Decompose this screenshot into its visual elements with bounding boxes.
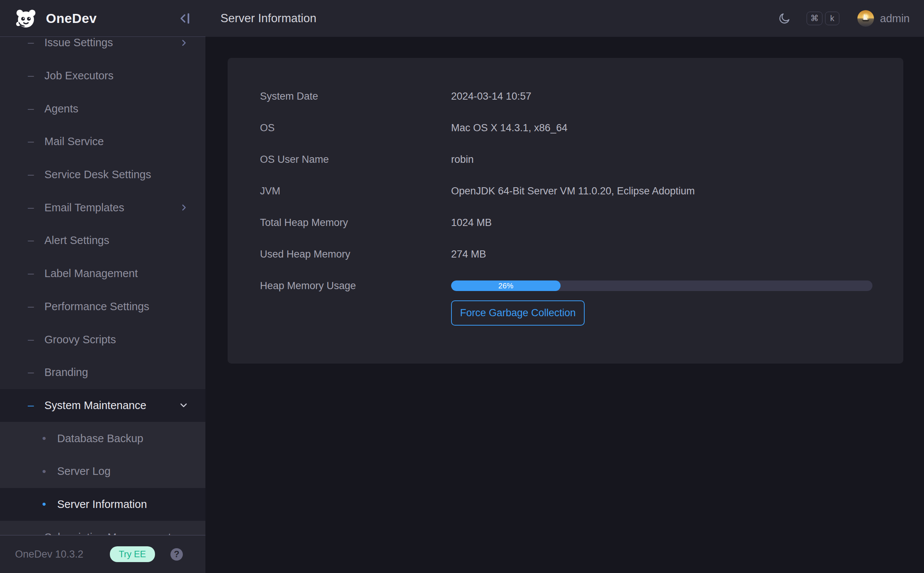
- topbar-actions: ⌘ k admin: [778, 10, 910, 27]
- info-label: OS: [260, 122, 275, 134]
- chevron-right-icon: [179, 38, 189, 48]
- info-row-system-date: System Date 2024-03-14 10:57: [227, 80, 903, 112]
- sidebar-item-performance-settings[interactable]: – Performance Settings: [0, 290, 206, 323]
- topbar: Server Information ⌘ k admin: [206, 0, 924, 37]
- info-value: 274 MB: [451, 249, 486, 260]
- force-garbage-collection-button[interactable]: Force Garbage Collection: [451, 301, 585, 326]
- server-information-card: System Date 2024-03-14 10:57 OS Mac OS X…: [227, 58, 903, 363]
- info-row-used-heap-memory: Used Heap Memory 274 MB: [227, 238, 903, 270]
- help-icon[interactable]: ?: [170, 548, 183, 560]
- info-label: OS User Name: [260, 154, 329, 166]
- heap-usage-progress-fill: 26%: [451, 280, 560, 291]
- cmd-keycap: ⌘: [806, 12, 822, 25]
- dash-icon: –: [28, 301, 35, 313]
- sidebar-item-agents[interactable]: – Agents: [0, 92, 206, 125]
- dash-icon: –: [28, 267, 35, 280]
- sidebar-item-issue-settings[interactable]: – Issue Settings: [0, 37, 206, 59]
- info-row-total-heap-memory: Total Heap Memory 1024 MB: [227, 207, 903, 238]
- user-menu[interactable]: admin: [857, 10, 910, 27]
- page-title: Server Information: [220, 12, 316, 25]
- info-row-jvm: JVM OpenJDK 64-Bit Server VM 11.0.20, Ec…: [227, 175, 903, 207]
- sidebar-item-server-information[interactable]: • Server Information: [0, 488, 206, 521]
- info-label: Used Heap Memory: [260, 249, 350, 260]
- dash-icon-active: –: [28, 399, 35, 412]
- sidebar-header: OneDev: [0, 0, 206, 37]
- dash-icon: –: [28, 234, 35, 247]
- dash-icon: –: [28, 168, 35, 181]
- bullet-icon: •: [42, 465, 49, 478]
- chevron-down-icon: [178, 400, 189, 410]
- info-value: 1024 MB: [451, 217, 492, 229]
- onedev-panda-logo-icon: [14, 7, 38, 30]
- sidebar: OneDev – Issue Settings – Job Executors: [0, 0, 206, 573]
- info-label: JVM: [260, 185, 280, 197]
- try-ee-badge[interactable]: Try EE: [110, 546, 155, 562]
- sidebar-item-subscription-management[interactable]: – Subscription Management: [0, 521, 206, 535]
- dash-icon: –: [28, 70, 35, 82]
- info-label: System Date: [260, 91, 318, 102]
- dash-icon: –: [28, 333, 35, 346]
- sidebar-item-groovy-scripts[interactable]: – Groovy Scripts: [0, 323, 206, 356]
- sidebar-item-email-templates[interactable]: – Email Templates: [0, 191, 206, 224]
- heap-usage-percent-label: 26%: [499, 282, 513, 290]
- collapse-sidebar-icon: [177, 11, 192, 26]
- info-label: Heap Memory Usage: [260, 280, 356, 292]
- dash-icon: –: [28, 366, 35, 379]
- dash-icon: –: [28, 37, 35, 49]
- sidebar-item-alert-settings[interactable]: – Alert Settings: [0, 224, 206, 257]
- sidebar-item-branding[interactable]: – Branding: [0, 356, 206, 389]
- info-row-os-user-name: OS User Name robin: [227, 144, 903, 175]
- dark-mode-moon-icon[interactable]: [778, 12, 791, 25]
- info-row-heap-memory-usage: Heap Memory Usage 26%: [227, 270, 903, 302]
- sidebar-collapse-button[interactable]: [176, 10, 193, 27]
- avatar: [857, 10, 874, 27]
- heap-usage-progress-bar: 26%: [451, 280, 872, 291]
- onedev-admin-window: OneDev – Issue Settings – Job Executors: [0, 0, 924, 573]
- sidebar-item-mail-service[interactable]: – Mail Service: [0, 125, 206, 158]
- sidebar-footer: OneDev 10.3.2 Try EE ?: [0, 535, 206, 573]
- dash-icon: –: [28, 202, 35, 214]
- k-keycap: k: [825, 12, 839, 25]
- sidebar-item-server-log[interactable]: • Server Log: [0, 455, 206, 488]
- chevron-right-icon: [179, 203, 189, 213]
- main-content: System Date 2024-03-14 10:57 OS Mac OS X…: [206, 37, 924, 573]
- dash-icon: –: [28, 103, 35, 115]
- username: admin: [880, 13, 910, 25]
- sidebar-menu: – Issue Settings – Job Executors – Agent…: [0, 37, 206, 535]
- info-value: OpenJDK 64-Bit Server VM 11.0.20, Eclips…: [451, 185, 695, 197]
- info-value: robin: [451, 154, 474, 166]
- sidebar-item-job-executors[interactable]: – Job Executors: [0, 59, 206, 92]
- info-row-os: OS Mac OS X 14.3.1, x86_64: [227, 112, 903, 144]
- sidebar-item-system-maintenance[interactable]: – System Maintenance: [0, 389, 206, 422]
- info-value: Mac OS X 14.3.1, x86_64: [451, 122, 567, 134]
- info-value: 2024-03-14 10:57: [451, 91, 531, 102]
- bullet-icon: •: [42, 432, 49, 445]
- bullet-icon-active: •: [42, 498, 49, 510]
- search-shortcut[interactable]: ⌘ k: [806, 12, 839, 25]
- sidebar-item-database-backup[interactable]: • Database Backup: [0, 422, 206, 455]
- sidebar-item-service-desk-settings[interactable]: – Service Desk Settings: [0, 158, 206, 191]
- info-label: Total Heap Memory: [260, 217, 348, 229]
- version-label: OneDev 10.3.2: [15, 549, 83, 560]
- dash-icon: –: [28, 531, 35, 535]
- sidebar-item-label-management[interactable]: – Label Management: [0, 257, 206, 290]
- dash-icon: –: [28, 135, 35, 148]
- app-name: OneDev: [46, 11, 97, 26]
